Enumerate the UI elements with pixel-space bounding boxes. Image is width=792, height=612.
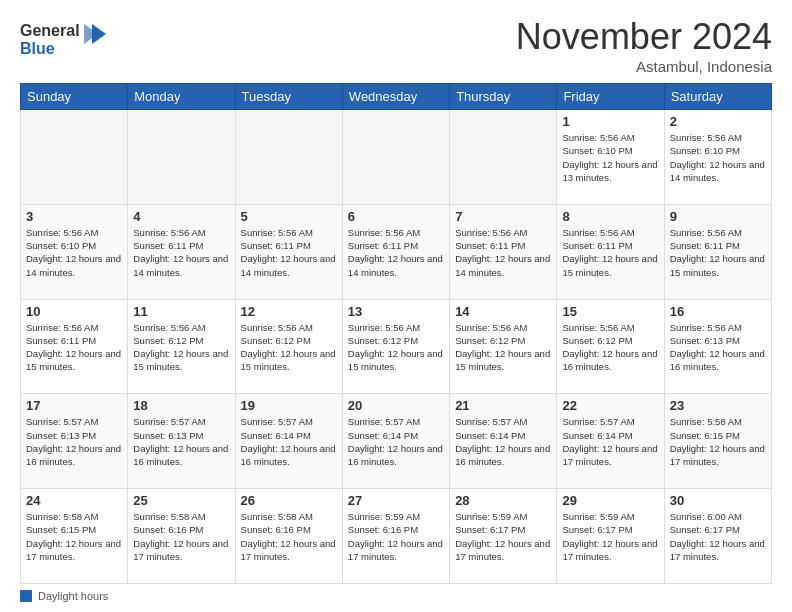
day-info: Sunrise: 5:56 AMSunset: 6:12 PMDaylight:… [241,321,337,374]
calendar-cell: 27Sunrise: 5:59 AMSunset: 6:16 PMDayligh… [342,489,449,584]
svg-text:General: General [20,22,80,39]
day-number: 28 [455,493,551,508]
calendar-week-4: 24Sunrise: 5:58 AMSunset: 6:15 PMDayligh… [21,489,772,584]
day-info: Sunrise: 5:57 AMSunset: 6:14 PMDaylight:… [348,415,444,468]
calendar-table: SundayMondayTuesdayWednesdayThursdayFrid… [20,83,772,584]
day-number: 6 [348,209,444,224]
calendar-header-row: SundayMondayTuesdayWednesdayThursdayFrid… [21,84,772,110]
day-number: 27 [348,493,444,508]
day-info: Sunrise: 5:56 AMSunset: 6:11 PMDaylight:… [241,226,337,279]
day-number: 17 [26,398,122,413]
col-header-thursday: Thursday [450,84,557,110]
calendar-cell [342,110,449,205]
calendar-cell: 15Sunrise: 5:56 AMSunset: 6:12 PMDayligh… [557,299,664,394]
day-number: 12 [241,304,337,319]
calendar-cell: 11Sunrise: 5:56 AMSunset: 6:12 PMDayligh… [128,299,235,394]
calendar-cell [21,110,128,205]
calendar-week-0: 1Sunrise: 5:56 AMSunset: 6:10 PMDaylight… [21,110,772,205]
calendar-cell: 13Sunrise: 5:56 AMSunset: 6:12 PMDayligh… [342,299,449,394]
calendar-cell: 5Sunrise: 5:56 AMSunset: 6:11 PMDaylight… [235,204,342,299]
day-info: Sunrise: 5:56 AMSunset: 6:11 PMDaylight:… [133,226,229,279]
day-info: Sunrise: 5:56 AMSunset: 6:10 PMDaylight:… [26,226,122,279]
calendar-cell: 6Sunrise: 5:56 AMSunset: 6:11 PMDaylight… [342,204,449,299]
day-number: 16 [670,304,766,319]
month-title: November 2024 [516,16,772,58]
calendar-cell: 3Sunrise: 5:56 AMSunset: 6:10 PMDaylight… [21,204,128,299]
calendar-week-3: 17Sunrise: 5:57 AMSunset: 6:13 PMDayligh… [21,394,772,489]
title-section: November 2024 Astambul, Indonesia [516,16,772,75]
col-header-sunday: Sunday [21,84,128,110]
day-number: 3 [26,209,122,224]
location-subtitle: Astambul, Indonesia [516,58,772,75]
col-header-wednesday: Wednesday [342,84,449,110]
calendar-cell: 14Sunrise: 5:56 AMSunset: 6:12 PMDayligh… [450,299,557,394]
calendar-week-1: 3Sunrise: 5:56 AMSunset: 6:10 PMDaylight… [21,204,772,299]
day-number: 13 [348,304,444,319]
day-number: 11 [133,304,229,319]
calendar-cell: 17Sunrise: 5:57 AMSunset: 6:13 PMDayligh… [21,394,128,489]
calendar-cell: 24Sunrise: 5:58 AMSunset: 6:15 PMDayligh… [21,489,128,584]
calendar-cell: 20Sunrise: 5:57 AMSunset: 6:14 PMDayligh… [342,394,449,489]
day-number: 5 [241,209,337,224]
day-info: Sunrise: 5:56 AMSunset: 6:12 PMDaylight:… [133,321,229,374]
day-info: Sunrise: 5:57 AMSunset: 6:14 PMDaylight:… [455,415,551,468]
day-info: Sunrise: 5:56 AMSunset: 6:10 PMDaylight:… [562,131,658,184]
calendar-cell: 21Sunrise: 5:57 AMSunset: 6:14 PMDayligh… [450,394,557,489]
day-info: Sunrise: 5:58 AMSunset: 6:16 PMDaylight:… [241,510,337,563]
calendar-cell: 9Sunrise: 5:56 AMSunset: 6:11 PMDaylight… [664,204,771,299]
calendar-cell [450,110,557,205]
calendar-cell: 30Sunrise: 6:00 AMSunset: 6:17 PMDayligh… [664,489,771,584]
day-info: Sunrise: 5:58 AMSunset: 6:16 PMDaylight:… [133,510,229,563]
col-header-friday: Friday [557,84,664,110]
calendar-cell: 18Sunrise: 5:57 AMSunset: 6:13 PMDayligh… [128,394,235,489]
calendar-cell: 28Sunrise: 5:59 AMSunset: 6:17 PMDayligh… [450,489,557,584]
day-number: 7 [455,209,551,224]
calendar-cell: 7Sunrise: 5:56 AMSunset: 6:11 PMDaylight… [450,204,557,299]
day-number: 22 [562,398,658,413]
calendar-cell: 19Sunrise: 5:57 AMSunset: 6:14 PMDayligh… [235,394,342,489]
day-number: 14 [455,304,551,319]
calendar-cell: 23Sunrise: 5:58 AMSunset: 6:15 PMDayligh… [664,394,771,489]
day-number: 26 [241,493,337,508]
calendar-week-2: 10Sunrise: 5:56 AMSunset: 6:11 PMDayligh… [21,299,772,394]
calendar-cell: 12Sunrise: 5:56 AMSunset: 6:12 PMDayligh… [235,299,342,394]
day-number: 15 [562,304,658,319]
day-info: Sunrise: 5:56 AMSunset: 6:13 PMDaylight:… [670,321,766,374]
col-header-saturday: Saturday [664,84,771,110]
day-info: Sunrise: 5:56 AMSunset: 6:12 PMDaylight:… [562,321,658,374]
calendar-cell: 29Sunrise: 5:59 AMSunset: 6:17 PMDayligh… [557,489,664,584]
page: General Blue November 2024 Astambul, Ind… [0,0,792,612]
day-info: Sunrise: 5:57 AMSunset: 6:14 PMDaylight:… [562,415,658,468]
day-info: Sunrise: 5:59 AMSunset: 6:17 PMDaylight:… [455,510,551,563]
daylight-dot [20,590,32,602]
day-info: Sunrise: 5:56 AMSunset: 6:12 PMDaylight:… [348,321,444,374]
logo: General Blue [20,16,110,65]
day-number: 1 [562,114,658,129]
col-header-tuesday: Tuesday [235,84,342,110]
day-info: Sunrise: 5:57 AMSunset: 6:13 PMDaylight:… [133,415,229,468]
calendar-cell: 8Sunrise: 5:56 AMSunset: 6:11 PMDaylight… [557,204,664,299]
day-number: 30 [670,493,766,508]
day-number: 9 [670,209,766,224]
day-info: Sunrise: 5:58 AMSunset: 6:15 PMDaylight:… [26,510,122,563]
day-info: Sunrise: 5:56 AMSunset: 6:12 PMDaylight:… [455,321,551,374]
calendar-cell: 1Sunrise: 5:56 AMSunset: 6:10 PMDaylight… [557,110,664,205]
day-info: Sunrise: 5:59 AMSunset: 6:16 PMDaylight:… [348,510,444,563]
svg-text:Blue: Blue [20,40,55,57]
calendar-cell [235,110,342,205]
day-number: 4 [133,209,229,224]
calendar-cell: 4Sunrise: 5:56 AMSunset: 6:11 PMDaylight… [128,204,235,299]
footer: Daylight hours [20,590,772,602]
day-info: Sunrise: 5:57 AMSunset: 6:13 PMDaylight:… [26,415,122,468]
day-number: 23 [670,398,766,413]
day-info: Sunrise: 5:56 AMSunset: 6:11 PMDaylight:… [562,226,658,279]
day-number: 20 [348,398,444,413]
calendar-cell: 22Sunrise: 5:57 AMSunset: 6:14 PMDayligh… [557,394,664,489]
calendar-cell: 25Sunrise: 5:58 AMSunset: 6:16 PMDayligh… [128,489,235,584]
logo-text: General Blue [20,16,110,65]
day-number: 25 [133,493,229,508]
day-info: Sunrise: 5:56 AMSunset: 6:10 PMDaylight:… [670,131,766,184]
header: General Blue November 2024 Astambul, Ind… [20,16,772,75]
col-header-monday: Monday [128,84,235,110]
day-number: 19 [241,398,337,413]
